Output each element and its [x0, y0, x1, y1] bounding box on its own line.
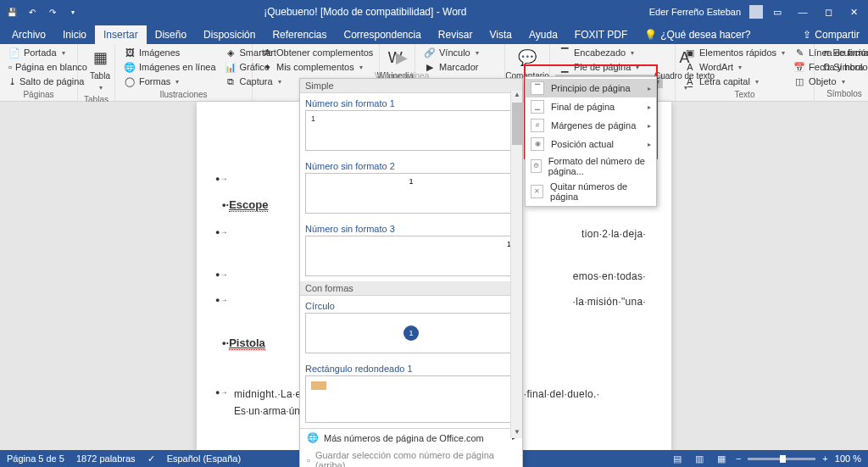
quickparts-icon: ▣ — [684, 47, 696, 58]
format-icon: ⚙ — [531, 159, 542, 173]
footer-button[interactable]: ▁Pie de página — [555, 60, 663, 74]
blank-page-label: Página en blanco — [15, 62, 87, 72]
zoom-level[interactable]: 100 % — [835, 453, 861, 464]
link-icon: 🔗 — [424, 47, 436, 58]
get-addins-button[interactable]: 🛍Obtener complementos — [258, 46, 376, 59]
gallery-item-plain3[interactable]: Número sin formato 3 1 — [300, 219, 522, 281]
tab-references[interactable]: Referencias — [264, 25, 335, 44]
my-addins-button[interactable]: ✦Mis complementos — [258, 60, 376, 74]
link-button[interactable]: 🔗Vínculo — [420, 46, 499, 59]
title-bar: 💾 ↶ ↷ ▾ ¡Quebueno! [Modo de compatibilid… — [0, 0, 868, 24]
gallery-item-rounded-rect[interactable]: Rectángulo redondeado 1 — [300, 359, 522, 428]
shapes-label: Formas — [139, 76, 170, 86]
quick-parts-button[interactable]: ▣Elementos rápidos — [681, 46, 788, 59]
submenu-arrow-icon: ▸ — [648, 85, 651, 92]
wordart-label: WordArt — [699, 62, 733, 72]
break-icon: ⤓ — [8, 75, 16, 87]
tab-review[interactable]: Revisar — [430, 25, 481, 44]
object-icon: ◫ — [793, 75, 805, 87]
tab-foxit[interactable]: FOXIT PDF — [566, 25, 636, 44]
zoom-in-icon[interactable]: + — [822, 453, 827, 464]
submenu-arrow-icon: ▸ — [648, 122, 651, 130]
scroll-down-icon[interactable]: ▼ — [512, 428, 522, 438]
tab-file[interactable]: Archivo — [3, 25, 54, 44]
cover-page-button[interactable]: 📄Portada — [5, 46, 72, 59]
online-video-button[interactable]: ▶Vídeo en línea — [385, 46, 419, 82]
menu-page-margins[interactable]: #Márgenes de página▸ — [526, 116, 656, 135]
qat-more-icon[interactable]: ▾ — [64, 3, 81, 20]
tab-layout[interactable]: Disposición — [195, 25, 264, 44]
menu-current-position[interactable]: ◉Posición actual▸ — [526, 135, 656, 153]
avatar[interactable] — [749, 5, 763, 19]
menu-remove-numbers[interactable]: ✕Quitar números de página — [526, 179, 656, 204]
tell-me-label: ¿Qué desea hacer? — [660, 29, 750, 41]
page-number-gallery: Simple Número sin formato 1 1 Número sin… — [299, 78, 523, 467]
table-label: Tabla — [90, 71, 110, 81]
zoom-slider[interactable] — [748, 458, 815, 460]
symbol-button[interactable]: ΩSímbolo — [820, 60, 868, 74]
menu-bottom-of-page[interactable]: ▁Final de página▸ — [526, 97, 656, 116]
web-layout-icon[interactable]: ▦ — [714, 452, 729, 465]
gallery-more-office[interactable]: 🌐Más números de página de Office.com▸ — [300, 429, 522, 447]
user-name[interactable]: Eder Ferreño Esteban — [649, 7, 741, 17]
cover-page-label: Portada — [24, 47, 57, 58]
status-page[interactable]: Página 5 de 5 — [7, 453, 64, 464]
online-images-button[interactable]: 🌐Imágenes en línea — [120, 60, 220, 74]
lightbulb-icon: 💡 — [644, 29, 657, 41]
dropcap-icon: A̲ — [684, 75, 696, 87]
images-button[interactable]: 🖼Imágenes — [120, 46, 220, 59]
tell-me[interactable]: 💡 ¿Qué desea hacer? — [636, 25, 759, 44]
gallery-item-plain2[interactable]: Número sin formato 2 1 — [300, 156, 522, 219]
zoom-out-icon[interactable]: − — [736, 453, 741, 464]
shapes-button[interactable]: ◯Formas — [120, 75, 220, 88]
read-mode-icon[interactable]: ▤ — [670, 452, 685, 465]
tab-home[interactable]: Inicio — [54, 25, 95, 44]
blank-page-button[interactable]: ▫Página en blanco — [5, 60, 72, 74]
online-images-label: Imágenes en línea — [139, 62, 216, 72]
bookmark-icon: ▶ — [424, 61, 436, 73]
tab-help[interactable]: Ayuda — [520, 25, 566, 44]
gallery-section-simple: Simple — [300, 79, 522, 93]
link-label: Vínculo — [439, 47, 470, 58]
header-icon: ▔ — [559, 47, 570, 58]
status-language[interactable]: Español (España) — [167, 453, 241, 464]
header-button[interactable]: ▔Encabezado — [555, 46, 663, 59]
tab-view[interactable]: Vista — [481, 25, 520, 44]
status-words[interactable]: 1872 palabras — [76, 453, 136, 464]
ribbon-mode-icon[interactable]: ▭ — [766, 3, 788, 20]
status-proof-icon[interactable]: ✓ — [147, 453, 155, 464]
scroll-up-icon[interactable]: ▲ — [512, 91, 522, 101]
menu-label: Márgenes de página — [551, 120, 636, 131]
equation-button[interactable]: πEcuación — [820, 46, 868, 59]
tab-insert[interactable]: Insertar — [95, 25, 147, 44]
dropcap-button[interactable]: A̲Letra capital — [681, 75, 788, 88]
undo-icon[interactable]: ↶ — [24, 3, 41, 20]
window-title: ¡Quebueno! [Modo de compatibilidad] - Wo… — [81, 6, 649, 18]
menu-label: Posición actual — [551, 139, 614, 149]
menu-top-of-page[interactable]: ▔Principio de página▸ — [526, 79, 656, 97]
scroll-thumb[interactable] — [512, 103, 522, 145]
gallery-item-plain1[interactable]: Número sin formato 1 1 — [300, 93, 522, 156]
menu-format-number[interactable]: ⚙Formato del número de página... — [526, 153, 656, 179]
my-addins-label: Mis complementos — [276, 62, 354, 72]
share-label: Compartir — [815, 29, 860, 41]
wordart-button[interactable]: AWordArt — [681, 60, 788, 74]
save-icon[interactable]: 💾 — [3, 3, 20, 20]
gallery-scrollbar[interactable]: ▲ ▼ — [510, 91, 522, 438]
menu-label: Quitar números de página — [550, 181, 651, 202]
maximize-icon[interactable]: ◻ — [817, 3, 839, 20]
bookmark-button[interactable]: ▶Marcador — [420, 60, 499, 74]
submenu-arrow-icon: ▸ — [648, 141, 651, 148]
tab-design[interactable]: Diseño — [147, 25, 195, 44]
tab-mailings[interactable]: Correspondencia — [335, 25, 429, 44]
gallery-item-circle[interactable]: Círculo 1 — [300, 296, 522, 359]
share-button[interactable]: ⇪ Compartir — [794, 25, 868, 44]
minimize-icon[interactable]: — — [792, 3, 814, 20]
menu-label: Principio de página — [551, 83, 631, 93]
table-button[interactable]: ▦Tabla — [83, 46, 117, 93]
close-icon[interactable]: ✕ — [843, 3, 865, 20]
redo-icon[interactable]: ↷ — [44, 3, 61, 20]
page-break-button[interactable]: ⤓Salto de página — [5, 75, 72, 88]
print-layout-icon[interactable]: ▥ — [692, 452, 707, 465]
header-label: Encabezado — [574, 47, 626, 58]
